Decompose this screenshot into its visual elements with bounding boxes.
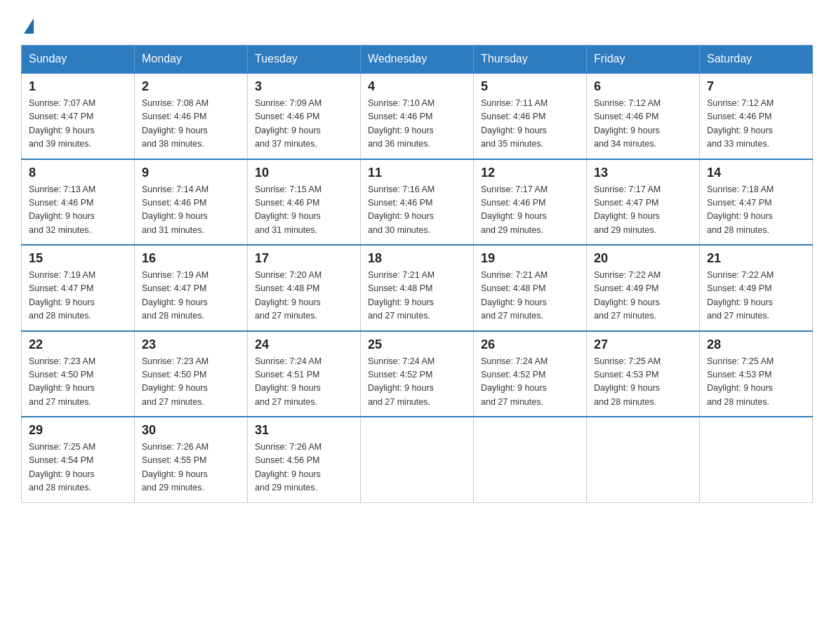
day-number: 13 [594,166,692,180]
day-number: 16 [142,251,240,266]
day-info: Sunrise: 7:22 AMSunset: 4:49 PMDaylight:… [594,269,692,323]
calendar-cell [361,417,474,502]
day-number: 23 [142,337,240,352]
day-number: 4 [368,79,466,94]
day-number: 8 [29,166,127,180]
day-number: 6 [594,79,692,94]
weekday-header-sunday: Sunday [22,46,135,74]
day-number: 20 [594,251,692,266]
day-info: Sunrise: 7:08 AMSunset: 4:46 PMDaylight:… [142,97,240,152]
day-number: 12 [481,166,579,180]
day-info: Sunrise: 7:23 AMSunset: 4:50 PMDaylight:… [29,355,127,410]
calendar-cell: 4Sunrise: 7:10 AMSunset: 4:46 PMDaylight… [361,73,474,159]
day-info: Sunrise: 7:18 AMSunset: 4:47 PMDaylight:… [707,183,805,238]
day-info: Sunrise: 7:23 AMSunset: 4:50 PMDaylight:… [142,355,240,410]
calendar-cell: 31Sunrise: 7:26 AMSunset: 4:56 PMDayligh… [248,417,361,502]
day-number: 11 [368,166,466,180]
calendar-table: SundayMondayTuesdayWednesdayThursdayFrid… [21,45,813,503]
calendar-cell: 18Sunrise: 7:21 AMSunset: 4:48 PMDayligh… [361,245,474,331]
day-number: 18 [368,251,466,266]
calendar-cell: 13Sunrise: 7:17 AMSunset: 4:47 PMDayligh… [587,159,700,246]
day-number: 1 [29,79,127,94]
day-info: Sunrise: 7:12 AMSunset: 4:46 PMDaylight:… [594,97,692,152]
day-info: Sunrise: 7:11 AMSunset: 4:46 PMDaylight:… [481,97,579,152]
day-info: Sunrise: 7:21 AMSunset: 4:48 PMDaylight:… [481,269,579,323]
day-number: 27 [594,337,692,352]
calendar-week-row: 22Sunrise: 7:23 AMSunset: 4:50 PMDayligh… [22,331,813,417]
calendar-cell: 29Sunrise: 7:25 AMSunset: 4:54 PMDayligh… [22,417,135,502]
day-number: 14 [707,166,805,180]
calendar-cell: 10Sunrise: 7:15 AMSunset: 4:46 PMDayligh… [248,159,361,246]
day-number: 10 [255,166,353,180]
day-number: 19 [481,251,579,266]
day-info: Sunrise: 7:26 AMSunset: 4:55 PMDaylight:… [142,441,240,495]
calendar-cell: 19Sunrise: 7:21 AMSunset: 4:48 PMDayligh… [474,245,587,331]
day-info: Sunrise: 7:19 AMSunset: 4:47 PMDaylight:… [142,269,240,323]
day-number: 29 [29,423,127,438]
calendar-cell: 2Sunrise: 7:08 AMSunset: 4:46 PMDaylight… [135,73,248,159]
calendar-cell: 30Sunrise: 7:26 AMSunset: 4:55 PMDayligh… [135,417,248,502]
calendar-cell [587,417,700,502]
calendar-cell: 25Sunrise: 7:24 AMSunset: 4:52 PMDayligh… [361,331,474,417]
day-info: Sunrise: 7:24 AMSunset: 4:52 PMDaylight:… [481,355,579,410]
calendar-cell: 22Sunrise: 7:23 AMSunset: 4:50 PMDayligh… [22,331,135,417]
day-info: Sunrise: 7:15 AMSunset: 4:46 PMDaylight:… [255,183,353,238]
day-number: 2 [142,79,240,94]
logo [21,14,34,32]
calendar-week-row: 15Sunrise: 7:19 AMSunset: 4:47 PMDayligh… [22,245,813,331]
day-info: Sunrise: 7:21 AMSunset: 4:48 PMDaylight:… [368,269,466,323]
calendar-cell: 8Sunrise: 7:13 AMSunset: 4:46 PMDaylight… [22,159,135,246]
day-info: Sunrise: 7:14 AMSunset: 4:46 PMDaylight:… [142,183,240,238]
day-number: 7 [707,79,805,94]
calendar-cell: 26Sunrise: 7:24 AMSunset: 4:52 PMDayligh… [474,331,587,417]
day-info: Sunrise: 7:10 AMSunset: 4:46 PMDaylight:… [368,97,466,152]
weekday-header-tuesday: Tuesday [248,46,361,74]
day-info: Sunrise: 7:12 AMSunset: 4:46 PMDaylight:… [707,97,805,152]
day-info: Sunrise: 7:13 AMSunset: 4:46 PMDaylight:… [29,183,127,238]
day-info: Sunrise: 7:24 AMSunset: 4:51 PMDaylight:… [255,355,353,410]
day-info: Sunrise: 7:16 AMSunset: 4:46 PMDaylight:… [368,183,466,238]
calendar-header: SundayMondayTuesdayWednesdayThursdayFrid… [22,46,813,74]
day-info: Sunrise: 7:17 AMSunset: 4:47 PMDaylight:… [594,183,692,238]
day-info: Sunrise: 7:26 AMSunset: 4:56 PMDaylight:… [255,441,353,495]
calendar-cell: 6Sunrise: 7:12 AMSunset: 4:46 PMDaylight… [587,73,700,159]
page-header [21,14,813,32]
day-number: 31 [255,423,353,438]
calendar-cell: 11Sunrise: 7:16 AMSunset: 4:46 PMDayligh… [361,159,474,246]
weekday-header-saturday: Saturday [700,46,813,74]
weekday-header-thursday: Thursday [474,46,587,74]
weekday-header-friday: Friday [587,46,700,74]
calendar-week-row: 1Sunrise: 7:07 AMSunset: 4:47 PMDaylight… [22,73,813,159]
calendar-body: 1Sunrise: 7:07 AMSunset: 4:47 PMDaylight… [22,73,813,502]
day-info: Sunrise: 7:20 AMSunset: 4:48 PMDaylight:… [255,269,353,323]
calendar-cell: 17Sunrise: 7:20 AMSunset: 4:48 PMDayligh… [248,245,361,331]
day-number: 15 [29,251,127,266]
day-info: Sunrise: 7:25 AMSunset: 4:53 PMDaylight:… [707,355,805,410]
calendar-cell: 5Sunrise: 7:11 AMSunset: 4:46 PMDaylight… [474,73,587,159]
day-number: 5 [481,79,579,94]
day-number: 9 [142,166,240,180]
calendar-cell: 1Sunrise: 7:07 AMSunset: 4:47 PMDaylight… [22,73,135,159]
day-info: Sunrise: 7:22 AMSunset: 4:49 PMDaylight:… [707,269,805,323]
day-number: 24 [255,337,353,352]
calendar-cell: 24Sunrise: 7:24 AMSunset: 4:51 PMDayligh… [248,331,361,417]
calendar-cell: 9Sunrise: 7:14 AMSunset: 4:46 PMDaylight… [135,159,248,246]
calendar-cell: 20Sunrise: 7:22 AMSunset: 4:49 PMDayligh… [587,245,700,331]
day-number: 26 [481,337,579,352]
weekday-header-row: SundayMondayTuesdayWednesdayThursdayFrid… [22,46,813,74]
day-number: 22 [29,337,127,352]
weekday-header-wednesday: Wednesday [361,46,474,74]
day-info: Sunrise: 7:07 AMSunset: 4:47 PMDaylight:… [29,97,127,152]
day-number: 30 [142,423,240,438]
calendar-cell: 15Sunrise: 7:19 AMSunset: 4:47 PMDayligh… [22,245,135,331]
day-info: Sunrise: 7:19 AMSunset: 4:47 PMDaylight:… [29,269,127,323]
calendar-cell: 7Sunrise: 7:12 AMSunset: 4:46 PMDaylight… [700,73,813,159]
day-info: Sunrise: 7:17 AMSunset: 4:46 PMDaylight:… [481,183,579,238]
calendar-cell: 28Sunrise: 7:25 AMSunset: 4:53 PMDayligh… [700,331,813,417]
calendar-cell: 14Sunrise: 7:18 AMSunset: 4:47 PMDayligh… [700,159,813,246]
day-number: 17 [255,251,353,266]
calendar-cell: 12Sunrise: 7:17 AMSunset: 4:46 PMDayligh… [474,159,587,246]
day-number: 28 [707,337,805,352]
day-info: Sunrise: 7:24 AMSunset: 4:52 PMDaylight:… [368,355,466,410]
logo-triangle-icon [24,18,34,34]
